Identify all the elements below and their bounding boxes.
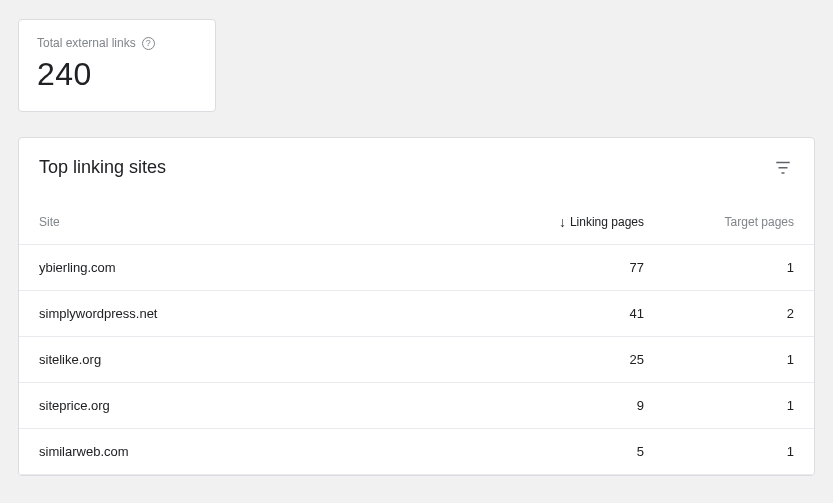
cell-site: similarweb.com [39, 444, 504, 459]
cell-site: sitelike.org [39, 352, 504, 367]
cell-linking-pages: 41 [504, 306, 644, 321]
sort-arrow-down-icon: ↓ [559, 214, 566, 230]
table-row[interactable]: simplywordpress.net412 [19, 291, 814, 337]
stat-label: Total external links [37, 36, 136, 50]
table-row[interactable]: siteprice.org91 [19, 383, 814, 429]
column-header-linking-label: Linking pages [570, 215, 644, 229]
cell-linking-pages: 77 [504, 260, 644, 275]
help-icon[interactable]: ? [142, 37, 155, 50]
cell-linking-pages: 25 [504, 352, 644, 367]
cell-site: ybierling.com [39, 260, 504, 275]
column-header-site[interactable]: Site [39, 215, 504, 229]
total-external-links-card: Total external links ? 240 [18, 19, 216, 112]
cell-target-pages: 1 [644, 398, 794, 413]
cell-target-pages: 2 [644, 306, 794, 321]
cell-target-pages: 1 [644, 260, 794, 275]
cell-site: simplywordpress.net [39, 306, 504, 321]
table-row[interactable]: similarweb.com51 [19, 429, 814, 475]
cell-target-pages: 1 [644, 352, 794, 367]
filter-icon[interactable] [772, 156, 794, 178]
table-title: Top linking sites [39, 157, 166, 178]
table-row[interactable]: sitelike.org251 [19, 337, 814, 383]
stat-value: 240 [37, 56, 197, 93]
table-row[interactable]: ybierling.com771 [19, 245, 814, 291]
table-header-row: Top linking sites [19, 138, 814, 196]
column-header-row: Site ↓ Linking pages Target pages [19, 196, 814, 245]
cell-site: siteprice.org [39, 398, 504, 413]
cell-target-pages: 1 [644, 444, 794, 459]
cell-linking-pages: 9 [504, 398, 644, 413]
cell-linking-pages: 5 [504, 444, 644, 459]
stat-label-row: Total external links ? [37, 36, 197, 50]
column-header-target-pages[interactable]: Target pages [644, 215, 794, 229]
top-linking-sites-card: Top linking sites Site ↓ Linking pages T… [18, 137, 815, 476]
column-header-linking-pages[interactable]: ↓ Linking pages [504, 214, 644, 230]
